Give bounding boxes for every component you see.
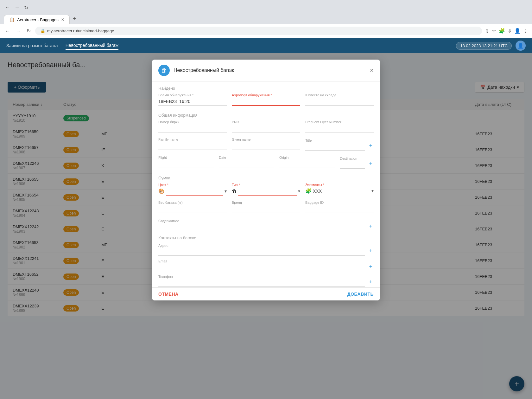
weight-input[interactable] xyxy=(158,205,227,213)
bag-fields-row2: Вес багажа (кг) Бренд Baggage ID xyxy=(158,201,374,216)
extensions-button[interactable]: 🧩 xyxy=(499,28,505,34)
modal-footer: ОТМЕНА ДОБАВИТЬ xyxy=(152,287,380,300)
general-section-label: Общая информация xyxy=(158,108,374,120)
active-tab[interactable]: 📋 Aerotracer - Baggages ✕ xyxy=(4,15,70,24)
nav-baggage-search[interactable]: Заявки на розыск багажа xyxy=(6,42,58,49)
email-input[interactable] xyxy=(158,263,365,271)
back-button[interactable]: ← xyxy=(4,3,11,12)
tag-number-field: Номер бирки xyxy=(158,120,227,135)
given-name-field: Given name xyxy=(232,138,300,153)
email-add-button[interactable]: + xyxy=(368,263,374,271)
origin-label: Origin xyxy=(279,156,335,159)
weight-label: Вес багажа (кг) xyxy=(158,201,227,204)
tab-close-button[interactable]: ✕ xyxy=(61,17,64,22)
cancel-button[interactable]: ОТМЕНА xyxy=(158,292,179,297)
pnr-input[interactable] xyxy=(232,125,300,132)
color-select[interactable]: Красный Синий Чёрный xyxy=(166,187,223,196)
puzzle-icon: 🧩 xyxy=(305,188,312,195)
date-input[interactable] xyxy=(219,160,274,168)
destination-add-button[interactable]: + xyxy=(368,161,374,169)
menu-button[interactable]: ⋮ xyxy=(523,28,528,34)
modal-close-button[interactable]: × xyxy=(370,67,374,74)
brand-label: Бренд xyxy=(232,201,300,204)
flight-input[interactable] xyxy=(158,160,214,168)
general-fields-row2: Family name Given name Title Mr xyxy=(158,138,374,153)
email-row: Email + xyxy=(158,258,374,271)
new-tab-button[interactable]: + xyxy=(70,14,79,24)
given-name-input[interactable] xyxy=(232,142,300,150)
elements-select[interactable]: XXX YYY xyxy=(313,187,370,195)
flight-label: Flight xyxy=(158,156,214,159)
add-confirm-button[interactable]: ДОБАВИТЬ xyxy=(347,292,374,297)
airport-input[interactable] xyxy=(232,98,300,106)
storage-field: ID/место на складе xyxy=(305,93,374,108)
detection-time-input[interactable] xyxy=(158,98,227,106)
trash-icon: 🗑 xyxy=(161,67,167,74)
app-header: Заявки на розыск багажа Невостребованный… xyxy=(0,38,532,53)
nav-unclaimed-baggage[interactable]: Невостребованный багаж xyxy=(66,42,118,50)
detection-time-label: Время обнаружения * xyxy=(158,93,227,97)
url-text: my.aerotracer.ru/unclaimed-baggage xyxy=(47,29,114,33)
found-section-label: Найдено xyxy=(158,81,374,93)
baggage-id-input[interactable] xyxy=(305,205,374,213)
tag-number-input[interactable] xyxy=(158,125,227,132)
contents-row: Содержимое + xyxy=(158,218,374,231)
destination-field: Destination + xyxy=(340,156,374,171)
type-select[interactable]: Чемодан Рюкзак xyxy=(238,187,297,196)
forward-button[interactable]: → xyxy=(13,3,21,12)
modal-overlay: 🗑 Невостребованный багаж × Найдено Время… xyxy=(0,53,532,399)
type-field: Тип * 🗑 Чемодан Рюкзак ▾ xyxy=(232,183,300,198)
type-label: Тип * xyxy=(232,183,300,187)
detection-time-field: Время обнаружения * xyxy=(158,93,227,108)
date-field: Date xyxy=(219,156,274,171)
family-name-input[interactable] xyxy=(158,142,227,150)
title-select[interactable]: Mr Mrs xyxy=(305,143,365,151)
color-dropdown-icon: ▾ xyxy=(225,189,227,196)
general-fields-row1: Номер бирки PNR Frequent Flyer Number xyxy=(158,120,374,135)
title-label: Title xyxy=(305,138,312,142)
origin-field: Origin xyxy=(279,156,335,171)
contents-field: Содержимое xyxy=(158,218,365,231)
lock-icon: 🔒 xyxy=(40,29,45,33)
flight-field: Flight xyxy=(158,156,214,171)
reload-button[interactable]: ↻ xyxy=(23,3,29,12)
contents-label: Содержимое xyxy=(158,219,179,223)
ffn-input[interactable] xyxy=(305,125,374,132)
address-label: Адрес xyxy=(158,244,168,248)
header-right: 18.02.2023 13:21:21 UTC 👤 xyxy=(456,41,526,51)
contents-input[interactable] xyxy=(158,223,365,231)
elements-label: Элементы * xyxy=(305,183,374,187)
contents-add-button[interactable]: + xyxy=(368,223,374,231)
phone-input[interactable] xyxy=(158,279,365,287)
elements-field: Элементы * 🧩 XXX YYY ▾ xyxy=(305,183,374,198)
bookmark-button[interactable]: ☆ xyxy=(492,28,496,34)
baggage-id-field: Baggage ID xyxy=(305,201,374,216)
forward-nav-button[interactable]: → xyxy=(15,27,22,35)
url-bar[interactable]: 🔒 my.aerotracer.ru/unclaimed-baggage xyxy=(35,27,482,35)
color-label: Цвет * xyxy=(158,183,227,187)
browser-controls: ← → ↻ xyxy=(4,3,29,12)
back-nav-button[interactable]: ← xyxy=(4,27,11,35)
modal-header: 🗑 Невостребованный багаж × xyxy=(152,60,380,81)
weight-field: Вес багажа (кг) xyxy=(158,201,227,216)
phone-add-button[interactable]: + xyxy=(368,279,374,287)
flight-row: Flight Date Origin Destination xyxy=(158,156,374,171)
user-avatar[interactable]: 👤 xyxy=(516,41,526,51)
address-add-button[interactable]: + xyxy=(368,248,374,256)
profile-button[interactable]: 👤 xyxy=(514,28,521,34)
origin-input[interactable] xyxy=(279,160,335,168)
storage-input[interactable] xyxy=(305,98,374,106)
ffn-field: Frequent Flyer Number xyxy=(305,120,374,135)
destination-input[interactable] xyxy=(340,161,365,169)
share-button[interactable]: ⇧ xyxy=(485,28,489,34)
bag-fields-row1: Цвет * 🎨 Красный Синий Чёрный ▾ xyxy=(158,183,374,198)
download-button[interactable]: ⇩ xyxy=(508,28,512,34)
title-add-button[interactable]: + xyxy=(368,143,374,151)
address-input[interactable] xyxy=(158,248,365,256)
reload-nav-button[interactable]: ↻ xyxy=(25,27,32,35)
brand-input[interactable] xyxy=(232,205,300,213)
address-field: Адрес xyxy=(158,243,365,256)
storage-label: ID/место на складе xyxy=(305,93,374,97)
baggage-id-label: Baggage ID xyxy=(305,201,374,204)
tab-title: Aerotracer - Baggages xyxy=(17,17,59,22)
